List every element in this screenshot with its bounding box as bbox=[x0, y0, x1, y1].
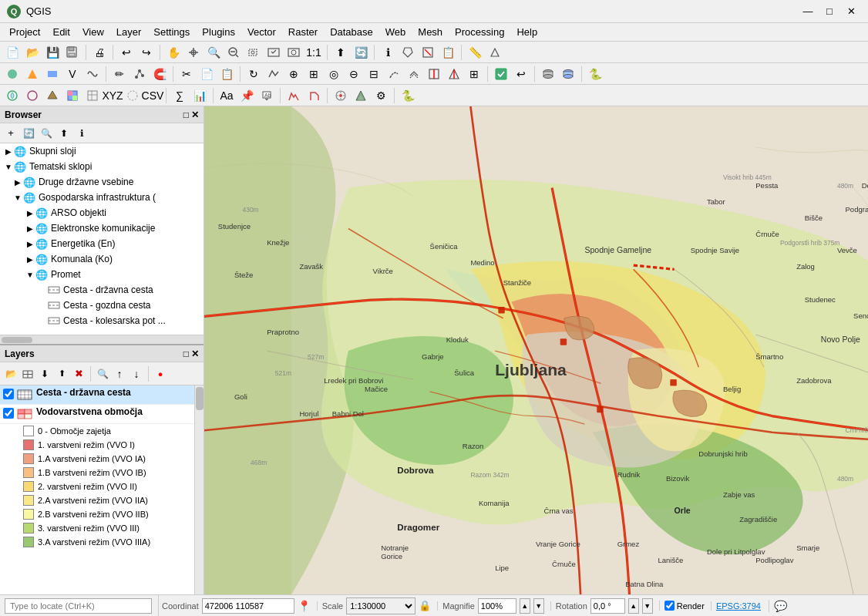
add-ring-button[interactable]: ⊕ bbox=[284, 65, 303, 83]
layers-remove-button[interactable]: ✖ bbox=[71, 366, 86, 382]
add-virtual-button[interactable] bbox=[123, 86, 142, 105]
pan-map-button[interactable] bbox=[184, 43, 203, 62]
layer-item-vvo[interactable]: Vodovarstvena območja bbox=[0, 405, 204, 424]
add-xyz-button[interactable]: XYZ bbox=[103, 86, 122, 105]
snap-button[interactable]: 🧲 bbox=[150, 65, 169, 83]
python-btn[interactable]: 🐍 bbox=[586, 65, 604, 83]
layers-vscrollbar[interactable] bbox=[194, 385, 204, 594]
layer-checkbox-vvo[interactable] bbox=[3, 408, 14, 419]
expand-druge[interactable]: ▶ bbox=[12, 178, 23, 187]
zoom-native-button[interactable]: 1:1 bbox=[304, 43, 323, 62]
search-input[interactable] bbox=[5, 598, 152, 614]
merge-features-button[interactable]: ⊞ bbox=[465, 65, 483, 83]
add-wmts-button[interactable] bbox=[23, 86, 42, 105]
expand-elektronske[interactable]: ▶ bbox=[25, 224, 35, 233]
browser-item-komunala[interactable]: ▶ 🌐 Komunala (Ko) bbox=[0, 251, 204, 267]
offset-button[interactable] bbox=[405, 65, 423, 83]
add-vector-button[interactable] bbox=[43, 86, 62, 105]
digitize-btn-2[interactable] bbox=[23, 65, 42, 83]
layers-up-button[interactable]: ↑ bbox=[112, 366, 127, 382]
browser-tree[interactable]: ▶ 🌐 Skupni sloji ▼ 🌐 Tematski sklopi ▶ 🌐… bbox=[0, 143, 204, 335]
layers-container[interactable]: Cesta - državna cesta Vodovarstvena obmo… bbox=[0, 385, 204, 594]
save-as-button[interactable] bbox=[63, 43, 82, 62]
zoom-full-button[interactable] bbox=[284, 43, 303, 62]
layers-collapse-icon[interactable]: □ bbox=[183, 348, 189, 359]
zoom-layer-button[interactable] bbox=[264, 43, 283, 62]
expand-skupni[interactable]: ▶ bbox=[3, 147, 14, 156]
browser-item-skupni[interactable]: ▶ 🌐 Skupni sloji bbox=[0, 143, 204, 159]
pan-button[interactable]: ✋ bbox=[164, 43, 183, 62]
cut-features-button[interactable]: ✂ bbox=[177, 65, 196, 83]
browser-settings-icon[interactable]: ✕ bbox=[191, 109, 199, 120]
layer-item-cesta[interactable]: Cesta - državna cesta bbox=[0, 385, 204, 405]
add-raster-button[interactable] bbox=[63, 86, 82, 105]
menu-item-project[interactable]: Project bbox=[3, 24, 46, 41]
save-project-button[interactable]: 💾 bbox=[43, 43, 62, 62]
add-csv-button[interactable]: CSV bbox=[143, 86, 162, 105]
layers-filter-button[interactable]: 🔍 bbox=[95, 366, 110, 382]
open-attribute-button[interactable]: 📋 bbox=[439, 43, 457, 62]
scale-select[interactable]: 1:130000 1:100000 1:50000 1:25000 bbox=[346, 597, 415, 614]
digitize-tool-a[interactable] bbox=[284, 86, 303, 105]
menu-item-plugins[interactable]: Plugins bbox=[196, 24, 241, 41]
split-parts-button[interactable] bbox=[445, 65, 463, 83]
expand-komunala[interactable]: ▶ bbox=[25, 255, 35, 264]
layers-open-button[interactable]: 📂 bbox=[3, 366, 19, 382]
browser-add-button[interactable]: + bbox=[3, 126, 19, 141]
browser-hscroll-thumb[interactable] bbox=[2, 337, 32, 343]
browser-item-cesta-drzavna[interactable]: Cesta - državna cesta bbox=[0, 282, 204, 298]
magnifier-down-button[interactable]: ▼ bbox=[533, 598, 544, 614]
layers-down-button[interactable]: ↓ bbox=[129, 366, 144, 382]
zoom-out-button[interactable] bbox=[224, 43, 243, 62]
rollback-button[interactable]: ↩ bbox=[512, 65, 530, 83]
digitize-tool-b[interactable] bbox=[304, 86, 323, 105]
browser-item-promet[interactable]: ▼ 🌐 Promet bbox=[0, 267, 204, 282]
browser-item-gospodarska[interactable]: ▼ 🌐 Gospodarska infrastruktura ( bbox=[0, 190, 204, 205]
layers-control-button[interactable]: ● bbox=[153, 366, 168, 382]
browser-item-cesta-gozdna[interactable]: Cesta - gozdna cesta bbox=[0, 298, 204, 313]
browser-filter-button[interactable]: 🔍 bbox=[39, 126, 54, 141]
pan-north-button[interactable]: ⬆ bbox=[331, 43, 350, 62]
delete-ring-button[interactable]: ⊖ bbox=[345, 65, 363, 83]
browser-item-tematski[interactable]: ▼ 🌐 Tematski sklopi bbox=[0, 159, 204, 174]
menu-item-processing[interactable]: Processing bbox=[449, 24, 510, 41]
expand-arso[interactable]: ▶ bbox=[25, 209, 35, 217]
open-project-button[interactable]: 📂 bbox=[23, 43, 42, 62]
node-tool-button[interactable] bbox=[130, 65, 149, 83]
redo-button[interactable]: ↪ bbox=[137, 43, 156, 62]
layers-vscroll-thumb[interactable] bbox=[196, 387, 204, 410]
menu-item-layer[interactable]: Layer bbox=[110, 24, 148, 41]
new-project-button[interactable]: 📄 bbox=[3, 43, 22, 62]
browser-collapse-all-button[interactable]: ⬆ bbox=[56, 126, 72, 141]
map-area[interactable]: Ljubljana Vikrče Šeničica Medino Stanžič… bbox=[204, 106, 868, 594]
magnifier-input[interactable] bbox=[478, 598, 516, 614]
browser-props-button[interactable]: ℹ bbox=[74, 126, 89, 141]
layers-close-icon[interactable]: ✕ bbox=[191, 348, 199, 359]
digitize-btn-5[interactable] bbox=[83, 65, 102, 83]
measure-line-button[interactable]: 📏 bbox=[466, 43, 484, 62]
add-part-button[interactable]: ⊞ bbox=[304, 65, 323, 83]
pin-label-button[interactable]: 📌 bbox=[237, 86, 256, 105]
messages-icon[interactable]: 💬 bbox=[769, 600, 787, 612]
browser-hscrollbar[interactable] bbox=[0, 335, 204, 344]
paste-features-button[interactable]: 📋 bbox=[217, 65, 236, 83]
db-btn2[interactable] bbox=[559, 65, 577, 83]
menu-item-raster[interactable]: Raster bbox=[282, 24, 324, 41]
terrain-button[interactable] bbox=[352, 86, 370, 105]
processing-toolbox-button[interactable]: ⚙ bbox=[372, 86, 390, 105]
fill-ring-button[interactable]: ◎ bbox=[325, 65, 343, 83]
label-button[interactable]: Aa bbox=[217, 86, 236, 105]
coordinate-input[interactable] bbox=[202, 598, 294, 614]
reshape-button[interactable] bbox=[385, 65, 403, 83]
minimize-button[interactable]: — bbox=[797, 4, 819, 19]
digitize-btn-3[interactable] bbox=[43, 65, 62, 83]
menu-item-edit[interactable]: Edit bbox=[46, 24, 76, 41]
rotation-down-button[interactable]: ▼ bbox=[642, 598, 653, 614]
browser-item-arso[interactable]: ▶ 🌐 ARSO objekti bbox=[0, 205, 204, 220]
expand-tematski[interactable]: ▼ bbox=[3, 163, 14, 171]
layer-checkbox-cesta[interactable] bbox=[3, 389, 14, 399]
menu-item-mesh[interactable]: Mesh bbox=[412, 24, 449, 41]
browser-item-druge[interactable]: ▶ 🌐 Druge državne vsebine bbox=[0, 174, 204, 190]
menu-item-help[interactable]: Help bbox=[510, 24, 543, 41]
browser-collapse-icon[interactable]: □ bbox=[183, 109, 189, 120]
